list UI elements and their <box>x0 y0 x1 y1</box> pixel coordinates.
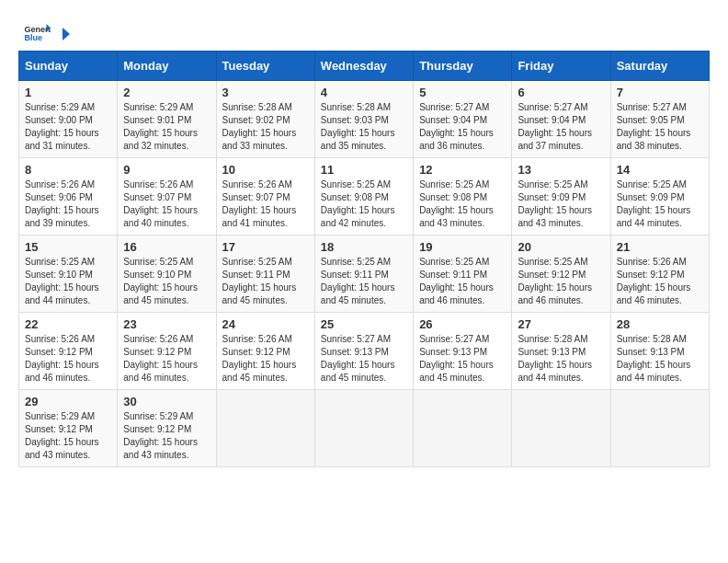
weekday-wednesday: Wednesday <box>314 52 413 81</box>
day-number: 1 <box>25 86 111 99</box>
day-info: Sunrise: 5:27 AM Sunset: 9:13 PM Dayligh… <box>419 333 506 385</box>
calendar-day-cell: 1Sunrise: 5:29 AM Sunset: 9:00 PM Daylig… <box>19 81 118 158</box>
calendar-day-cell: 29Sunrise: 5:29 AM Sunset: 9:12 PM Dayli… <box>19 390 118 467</box>
calendar-table: SundayMondayTuesdayWednesdayThursdayFrid… <box>18 51 710 467</box>
calendar-body: 1Sunrise: 5:29 AM Sunset: 9:00 PM Daylig… <box>19 81 710 467</box>
day-number: 9 <box>123 163 210 177</box>
day-info: Sunrise: 5:28 AM Sunset: 9:02 PM Dayligh… <box>222 101 309 153</box>
day-info: Sunrise: 5:25 AM Sunset: 9:10 PM Dayligh… <box>25 256 111 307</box>
day-number: 21 <box>617 240 703 254</box>
day-number: 10 <box>222 163 309 177</box>
day-number: 20 <box>518 240 604 254</box>
calendar-day-cell <box>414 390 512 467</box>
calendar-day-cell: 30Sunrise: 5:29 AM Sunset: 9:12 PM Dayli… <box>118 390 216 467</box>
calendar-day-cell: 24Sunrise: 5:26 AM Sunset: 9:12 PM Dayli… <box>216 313 314 390</box>
day-info: Sunrise: 5:27 AM Sunset: 9:04 PM Dayligh… <box>518 101 604 153</box>
calendar-day-cell: 23Sunrise: 5:26 AM Sunset: 9:12 PM Dayli… <box>118 313 216 390</box>
logo-arrow-icon <box>55 26 72 42</box>
calendar-day-cell: 18Sunrise: 5:25 AM Sunset: 9:11 PM Dayli… <box>314 236 413 313</box>
day-number: 29 <box>25 395 111 408</box>
calendar-week-row: 29Sunrise: 5:29 AM Sunset: 9:12 PM Dayli… <box>19 390 710 467</box>
day-info: Sunrise: 5:28 AM Sunset: 9:13 PM Dayligh… <box>518 333 604 385</box>
day-info: Sunrise: 5:26 AM Sunset: 9:12 PM Dayligh… <box>222 333 309 385</box>
day-info: Sunrise: 5:26 AM Sunset: 9:12 PM Dayligh… <box>25 333 111 385</box>
day-info: Sunrise: 5:28 AM Sunset: 9:03 PM Dayligh… <box>321 101 407 153</box>
day-info: Sunrise: 5:25 AM Sunset: 9:08 PM Dayligh… <box>321 178 407 230</box>
day-info: Sunrise: 5:26 AM Sunset: 9:07 PM Dayligh… <box>123 178 210 230</box>
day-info: Sunrise: 5:26 AM Sunset: 9:12 PM Dayligh… <box>617 256 703 307</box>
day-info: Sunrise: 5:27 AM Sunset: 9:04 PM Dayligh… <box>419 101 506 153</box>
weekday-sunday: Sunday <box>19 52 118 81</box>
day-info: Sunrise: 5:26 AM Sunset: 9:12 PM Dayligh… <box>123 333 210 385</box>
day-number: 13 <box>518 163 604 177</box>
calendar-week-row: 1Sunrise: 5:29 AM Sunset: 9:00 PM Daylig… <box>19 81 710 158</box>
calendar-week-row: 15Sunrise: 5:25 AM Sunset: 9:10 PM Dayli… <box>19 236 710 313</box>
weekday-thursday: Thursday <box>414 52 512 81</box>
day-number: 4 <box>321 86 407 99</box>
day-number: 27 <box>518 317 604 331</box>
calendar-day-cell: 19Sunrise: 5:25 AM Sunset: 9:11 PM Dayli… <box>414 236 512 313</box>
logo: General Blue <box>23 18 73 46</box>
weekday-monday: Monday <box>118 52 216 81</box>
calendar-day-cell: 17Sunrise: 5:25 AM Sunset: 9:11 PM Dayli… <box>216 236 314 313</box>
calendar-day-cell <box>610 390 709 467</box>
day-info: Sunrise: 5:25 AM Sunset: 9:11 PM Dayligh… <box>222 256 309 307</box>
calendar-day-cell: 13Sunrise: 5:25 AM Sunset: 9:09 PM Dayli… <box>512 158 610 236</box>
day-number: 19 <box>419 240 506 254</box>
day-number: 18 <box>321 240 407 254</box>
svg-text:Blue: Blue <box>25 33 43 42</box>
calendar-day-cell: 5Sunrise: 5:27 AM Sunset: 9:04 PM Daylig… <box>414 81 512 158</box>
calendar-day-cell: 25Sunrise: 5:27 AM Sunset: 9:13 PM Dayli… <box>314 313 413 390</box>
calendar-day-cell: 26Sunrise: 5:27 AM Sunset: 9:13 PM Dayli… <box>414 313 512 390</box>
day-number: 11 <box>321 163 407 177</box>
day-number: 14 <box>617 163 703 177</box>
calendar-day-cell: 12Sunrise: 5:25 AM Sunset: 9:08 PM Dayli… <box>414 158 512 236</box>
day-number: 6 <box>518 86 604 99</box>
day-info: Sunrise: 5:29 AM Sunset: 9:12 PM Dayligh… <box>25 410 111 462</box>
day-info: Sunrise: 5:27 AM Sunset: 9:13 PM Dayligh… <box>321 333 407 385</box>
weekday-header-row: SundayMondayTuesdayWednesdayThursdayFrid… <box>19 52 710 81</box>
calendar-day-cell: 4Sunrise: 5:28 AM Sunset: 9:03 PM Daylig… <box>314 81 413 158</box>
day-info: Sunrise: 5:28 AM Sunset: 9:13 PM Dayligh… <box>617 333 703 385</box>
calendar-day-cell: 2Sunrise: 5:29 AM Sunset: 9:01 PM Daylig… <box>118 81 216 158</box>
day-info: Sunrise: 5:25 AM Sunset: 9:11 PM Dayligh… <box>321 256 407 307</box>
day-number: 26 <box>419 317 506 331</box>
day-number: 8 <box>25 163 111 177</box>
calendar-week-row: 8Sunrise: 5:26 AM Sunset: 9:06 PM Daylig… <box>19 158 710 236</box>
calendar-day-cell: 16Sunrise: 5:25 AM Sunset: 9:10 PM Dayli… <box>118 236 216 313</box>
weekday-saturday: Saturday <box>610 52 709 81</box>
calendar-day-cell <box>314 390 413 467</box>
day-number: 22 <box>25 317 111 331</box>
day-info: Sunrise: 5:25 AM Sunset: 9:09 PM Dayligh… <box>518 178 604 230</box>
weekday-tuesday: Tuesday <box>216 52 314 81</box>
calendar-day-cell: 7Sunrise: 5:27 AM Sunset: 9:05 PM Daylig… <box>610 81 709 158</box>
day-info: Sunrise: 5:25 AM Sunset: 9:10 PM Dayligh… <box>123 256 210 307</box>
day-number: 3 <box>222 86 309 99</box>
calendar-container: SundayMondayTuesdayWednesdayThursdayFrid… <box>9 51 719 477</box>
calendar-week-row: 22Sunrise: 5:26 AM Sunset: 9:12 PM Dayli… <box>19 313 710 390</box>
day-number: 23 <box>123 317 210 331</box>
calendar-day-cell <box>216 390 314 467</box>
day-number: 28 <box>617 317 703 331</box>
day-number: 25 <box>321 317 407 331</box>
day-number: 2 <box>123 86 210 99</box>
day-number: 15 <box>25 240 111 254</box>
day-number: 17 <box>222 240 309 254</box>
calendar-day-cell: 8Sunrise: 5:26 AM Sunset: 9:06 PM Daylig… <box>19 158 118 236</box>
day-info: Sunrise: 5:25 AM Sunset: 9:09 PM Dayligh… <box>617 178 703 230</box>
day-info: Sunrise: 5:29 AM Sunset: 9:12 PM Dayligh… <box>123 410 210 462</box>
svg-marker-3 <box>63 28 70 40</box>
calendar-day-cell: 3Sunrise: 5:28 AM Sunset: 9:02 PM Daylig… <box>216 81 314 158</box>
calendar-day-cell: 14Sunrise: 5:25 AM Sunset: 9:09 PM Dayli… <box>610 158 709 236</box>
day-number: 16 <box>123 240 210 254</box>
calendar-day-cell: 22Sunrise: 5:26 AM Sunset: 9:12 PM Dayli… <box>19 313 118 390</box>
day-number: 12 <box>419 163 506 177</box>
calendar-day-cell <box>512 390 610 467</box>
day-number: 7 <box>617 86 703 99</box>
day-number: 24 <box>222 317 309 331</box>
calendar-day-cell: 15Sunrise: 5:25 AM Sunset: 9:10 PM Dayli… <box>19 236 118 313</box>
day-info: Sunrise: 5:25 AM Sunset: 9:12 PM Dayligh… <box>518 256 604 307</box>
header: General Blue <box>9 9 719 51</box>
calendar-day-cell: 27Sunrise: 5:28 AM Sunset: 9:13 PM Dayli… <box>512 313 610 390</box>
logo-icon: General Blue <box>23 18 51 46</box>
